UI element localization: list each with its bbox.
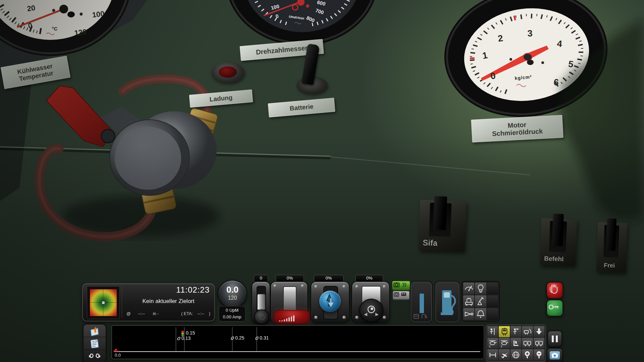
camera-grid: 1 2: [486, 324, 546, 362]
control-2-rocker[interactable]: [273, 310, 310, 324]
coach-left-icon: [523, 339, 532, 348]
reverser-arrows-icon: [319, 291, 341, 312]
control-1-lever[interactable]: [252, 281, 270, 323]
vehicle-camera-chip[interactable]: [392, 291, 410, 300]
dest-time: --:--: [138, 311, 145, 316]
coupling-button[interactable]: [84, 350, 106, 362]
coach-right-icon: [535, 339, 543, 348]
stoker-button[interactable]: [475, 295, 486, 307]
control-3-reverser[interactable]: [311, 281, 350, 323]
person-pole-icon: [488, 327, 497, 336]
camera-world[interactable]: [511, 349, 521, 360]
train-front-icon: [500, 327, 509, 336]
globe-icon: [512, 351, 520, 359]
screenshot-button[interactable]: [547, 348, 563, 362]
route-map-button[interactable]: [84, 324, 106, 337]
bell-icon: [476, 309, 486, 319]
junction-marker-icon: [230, 336, 234, 341]
reverser-orb[interactable]: [319, 291, 341, 312]
minus-pin-icon: [535, 351, 543, 359]
camera-heli-1[interactable]: 1: [487, 338, 498, 349]
marker-label-015: 0.15: [186, 330, 195, 336]
marker-label-031: 0.31: [260, 335, 269, 341]
key-icon: [547, 300, 560, 314]
horn-button[interactable]: [463, 308, 474, 320]
bell-button[interactable]: [475, 308, 486, 320]
clock: 11:02:23: [176, 285, 210, 295]
task-list-button[interactable]: [84, 337, 106, 350]
free-camera-chip[interactable]: [392, 281, 411, 291]
fuel-pump-panel[interactable]: [435, 281, 460, 323]
pause-button[interactable]: [547, 330, 562, 347]
camera-passenger[interactable]: [511, 338, 521, 349]
shovel-icon: [476, 297, 486, 306]
passenger-seat-icon: [512, 339, 520, 348]
camera-coach-next[interactable]: [534, 338, 544, 349]
pantograph-button[interactable]: [463, 295, 474, 307]
control-1-value: 0: [254, 275, 268, 282]
options-empty-3: [487, 308, 498, 320]
camera-coupling[interactable]: [487, 349, 498, 360]
down-arrow-icon: [535, 327, 543, 336]
plus-pin-icon: [523, 351, 532, 359]
options-empty-2: [487, 295, 498, 307]
fuel-level-panel: [410, 281, 433, 323]
fuel-level-bar: [420, 294, 424, 313]
control-1-handle[interactable]: [257, 294, 265, 310]
fuel-panel-icons: [413, 313, 429, 320]
camera-cab-active[interactable]: [499, 326, 509, 337]
zoom-out-marker[interactable]: [534, 349, 544, 360]
emergency-stop-button[interactable]: [546, 282, 564, 299]
destination-panel: 11:02:23 Kein aktueller Zielort @ --:-- …: [82, 283, 215, 321]
event-line-1: [176, 327, 176, 352]
engine-start-button[interactable]: [546, 299, 564, 317]
amp-readout: 0.00 Amp: [219, 314, 245, 320]
oil-num-4: 4: [556, 39, 562, 49]
track-line: [114, 351, 480, 352]
camera-fly[interactable]: [499, 349, 509, 360]
zoom-in-marker[interactable]: [522, 349, 533, 360]
coupler-icon: [88, 351, 101, 361]
camera-external[interactable]: [511, 326, 521, 337]
eta-open: ( ETA:: [181, 311, 193, 316]
wiper-icon: [464, 284, 474, 293]
helicopter-2-icon: 2: [500, 339, 509, 348]
panel-divider: [122, 286, 122, 318]
pantograph-icon: [464, 297, 474, 306]
camera-dial-icon: [360, 299, 383, 321]
junction-marker-icon: [255, 336, 259, 341]
camera-trackside[interactable]: [522, 326, 533, 337]
track-origin-label: 0.0: [115, 353, 121, 358]
camera-driver-left[interactable]: [487, 326, 498, 337]
loco-options-grid: [462, 281, 500, 322]
speed-gauge: 0.0 120: [218, 280, 247, 308]
control-4-value: 0%: [356, 275, 383, 282]
lights-button[interactable]: [475, 283, 486, 295]
camera-coach-prev[interactable]: [522, 338, 533, 349]
speed-limit: 120: [218, 295, 247, 301]
green-camera-icon: [392, 281, 409, 289]
eta-close: ): [209, 311, 210, 316]
marker-label-013: 0.13: [181, 336, 191, 341]
speed-current: 0.0: [218, 285, 247, 295]
camera-heli-2[interactable]: 2: [499, 338, 509, 349]
rpm-readout: 0 UpM: [219, 307, 245, 314]
control-4-knob-switch[interactable]: [352, 281, 390, 323]
lightbulb-icon: [476, 284, 486, 293]
control-3-value: 0%: [314, 275, 343, 282]
track-monitor: 0.0 0.15 0.13 0.25 0.31: [111, 325, 484, 359]
engine-readout: 0 UpM 0.00 Amp: [219, 306, 246, 321]
control-1-knob[interactable]: [254, 309, 269, 324]
stop-hand-icon: [547, 283, 560, 296]
control-4-dial[interactable]: [359, 299, 383, 322]
camera-down[interactable]: [534, 326, 544, 337]
control-2-handle[interactable]: [283, 286, 297, 312]
svg-text:2: 2: [500, 345, 502, 348]
wipers-button[interactable]: [463, 283, 474, 295]
marker-label-025: 0.25: [235, 335, 244, 341]
destination-title: Kein aktueller Zielort: [125, 298, 212, 305]
options-empty-1: [487, 283, 498, 295]
control-2-throttle[interactable]: [270, 281, 308, 323]
train-sim-cab-view: 20 0 100 120 °C 0 100 600 700 800 Umdr/m…: [0, 0, 644, 362]
oil-num-3: 3: [527, 28, 533, 39]
